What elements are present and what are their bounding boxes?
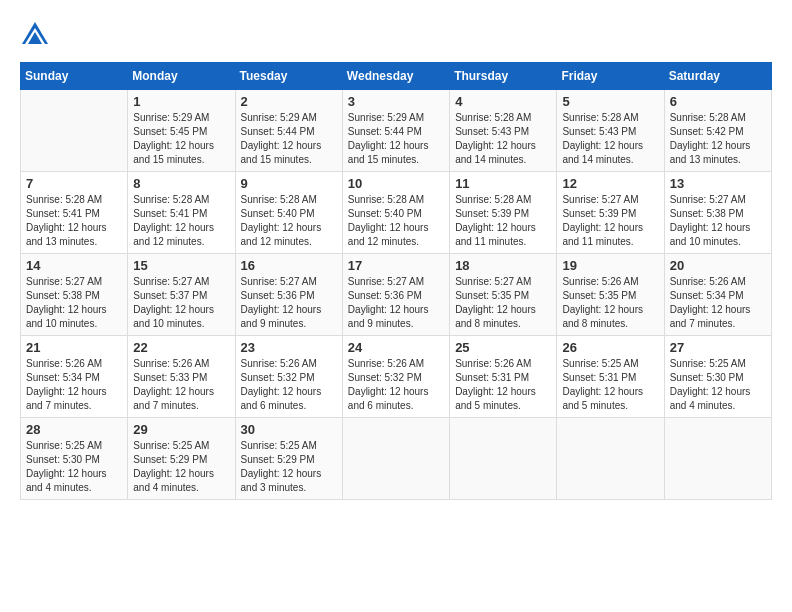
day-number: 13 <box>670 176 766 191</box>
day-number: 15 <box>133 258 229 273</box>
calendar-cell: 4Sunrise: 5:28 AMSunset: 5:43 PMDaylight… <box>450 90 557 172</box>
day-number: 26 <box>562 340 658 355</box>
logo-icon <box>20 20 50 52</box>
day-number: 12 <box>562 176 658 191</box>
day-info: Sunrise: 5:28 AMSunset: 5:43 PMDaylight:… <box>455 111 551 167</box>
day-info: Sunrise: 5:26 AMSunset: 5:31 PMDaylight:… <box>455 357 551 413</box>
day-info: Sunrise: 5:28 AMSunset: 5:43 PMDaylight:… <box>562 111 658 167</box>
day-info: Sunrise: 5:27 AMSunset: 5:36 PMDaylight:… <box>241 275 337 331</box>
day-number: 20 <box>670 258 766 273</box>
day-number: 19 <box>562 258 658 273</box>
calendar-table: SundayMondayTuesdayWednesdayThursdayFrid… <box>20 62 772 500</box>
calendar-cell: 13Sunrise: 5:27 AMSunset: 5:38 PMDayligh… <box>664 172 771 254</box>
day-number: 24 <box>348 340 444 355</box>
page-header <box>20 20 772 52</box>
day-number: 3 <box>348 94 444 109</box>
day-number: 23 <box>241 340 337 355</box>
day-info: Sunrise: 5:29 AMSunset: 5:44 PMDaylight:… <box>241 111 337 167</box>
calendar-cell: 8Sunrise: 5:28 AMSunset: 5:41 PMDaylight… <box>128 172 235 254</box>
day-number: 16 <box>241 258 337 273</box>
calendar-cell: 24Sunrise: 5:26 AMSunset: 5:32 PMDayligh… <box>342 336 449 418</box>
calendar-header-row: SundayMondayTuesdayWednesdayThursdayFrid… <box>21 63 772 90</box>
calendar-week-row: 21Sunrise: 5:26 AMSunset: 5:34 PMDayligh… <box>21 336 772 418</box>
calendar-week-row: 14Sunrise: 5:27 AMSunset: 5:38 PMDayligh… <box>21 254 772 336</box>
day-info: Sunrise: 5:27 AMSunset: 5:39 PMDaylight:… <box>562 193 658 249</box>
calendar-cell: 12Sunrise: 5:27 AMSunset: 5:39 PMDayligh… <box>557 172 664 254</box>
calendar-week-row: 1Sunrise: 5:29 AMSunset: 5:45 PMDaylight… <box>21 90 772 172</box>
calendar-cell <box>21 90 128 172</box>
day-info: Sunrise: 5:25 AMSunset: 5:30 PMDaylight:… <box>670 357 766 413</box>
day-info: Sunrise: 5:26 AMSunset: 5:32 PMDaylight:… <box>348 357 444 413</box>
day-info: Sunrise: 5:27 AMSunset: 5:36 PMDaylight:… <box>348 275 444 331</box>
day-info: Sunrise: 5:28 AMSunset: 5:42 PMDaylight:… <box>670 111 766 167</box>
calendar-cell: 16Sunrise: 5:27 AMSunset: 5:36 PMDayligh… <box>235 254 342 336</box>
calendar-header-wednesday: Wednesday <box>342 63 449 90</box>
calendar-cell: 6Sunrise: 5:28 AMSunset: 5:42 PMDaylight… <box>664 90 771 172</box>
day-info: Sunrise: 5:29 AMSunset: 5:44 PMDaylight:… <box>348 111 444 167</box>
day-number: 29 <box>133 422 229 437</box>
calendar-cell: 15Sunrise: 5:27 AMSunset: 5:37 PMDayligh… <box>128 254 235 336</box>
calendar-cell <box>664 418 771 500</box>
day-number: 25 <box>455 340 551 355</box>
day-info: Sunrise: 5:26 AMSunset: 5:34 PMDaylight:… <box>26 357 122 413</box>
day-number: 9 <box>241 176 337 191</box>
calendar-cell: 19Sunrise: 5:26 AMSunset: 5:35 PMDayligh… <box>557 254 664 336</box>
calendar-cell <box>342 418 449 500</box>
day-number: 6 <box>670 94 766 109</box>
calendar-week-row: 28Sunrise: 5:25 AMSunset: 5:30 PMDayligh… <box>21 418 772 500</box>
day-info: Sunrise: 5:28 AMSunset: 5:40 PMDaylight:… <box>241 193 337 249</box>
calendar-header-tuesday: Tuesday <box>235 63 342 90</box>
day-number: 17 <box>348 258 444 273</box>
day-info: Sunrise: 5:25 AMSunset: 5:29 PMDaylight:… <box>241 439 337 495</box>
day-number: 1 <box>133 94 229 109</box>
day-number: 2 <box>241 94 337 109</box>
calendar-cell: 5Sunrise: 5:28 AMSunset: 5:43 PMDaylight… <box>557 90 664 172</box>
day-info: Sunrise: 5:29 AMSunset: 5:45 PMDaylight:… <box>133 111 229 167</box>
calendar-cell <box>450 418 557 500</box>
calendar-cell: 3Sunrise: 5:29 AMSunset: 5:44 PMDaylight… <box>342 90 449 172</box>
calendar-header-sunday: Sunday <box>21 63 128 90</box>
day-info: Sunrise: 5:26 AMSunset: 5:32 PMDaylight:… <box>241 357 337 413</box>
calendar-cell: 2Sunrise: 5:29 AMSunset: 5:44 PMDaylight… <box>235 90 342 172</box>
day-number: 8 <box>133 176 229 191</box>
calendar-cell <box>557 418 664 500</box>
day-number: 27 <box>670 340 766 355</box>
calendar-cell: 25Sunrise: 5:26 AMSunset: 5:31 PMDayligh… <box>450 336 557 418</box>
calendar-cell: 30Sunrise: 5:25 AMSunset: 5:29 PMDayligh… <box>235 418 342 500</box>
calendar-cell: 18Sunrise: 5:27 AMSunset: 5:35 PMDayligh… <box>450 254 557 336</box>
day-info: Sunrise: 5:28 AMSunset: 5:41 PMDaylight:… <box>133 193 229 249</box>
calendar-week-row: 7Sunrise: 5:28 AMSunset: 5:41 PMDaylight… <box>21 172 772 254</box>
calendar-cell: 20Sunrise: 5:26 AMSunset: 5:34 PMDayligh… <box>664 254 771 336</box>
day-number: 28 <box>26 422 122 437</box>
calendar-cell: 21Sunrise: 5:26 AMSunset: 5:34 PMDayligh… <box>21 336 128 418</box>
calendar-cell: 1Sunrise: 5:29 AMSunset: 5:45 PMDaylight… <box>128 90 235 172</box>
day-info: Sunrise: 5:27 AMSunset: 5:38 PMDaylight:… <box>26 275 122 331</box>
calendar-cell: 22Sunrise: 5:26 AMSunset: 5:33 PMDayligh… <box>128 336 235 418</box>
logo <box>20 20 54 52</box>
day-number: 22 <box>133 340 229 355</box>
day-info: Sunrise: 5:25 AMSunset: 5:29 PMDaylight:… <box>133 439 229 495</box>
day-info: Sunrise: 5:26 AMSunset: 5:35 PMDaylight:… <box>562 275 658 331</box>
day-number: 4 <box>455 94 551 109</box>
calendar-header-thursday: Thursday <box>450 63 557 90</box>
day-info: Sunrise: 5:27 AMSunset: 5:37 PMDaylight:… <box>133 275 229 331</box>
calendar-cell: 14Sunrise: 5:27 AMSunset: 5:38 PMDayligh… <box>21 254 128 336</box>
calendar-cell: 17Sunrise: 5:27 AMSunset: 5:36 PMDayligh… <box>342 254 449 336</box>
day-number: 10 <box>348 176 444 191</box>
day-info: Sunrise: 5:26 AMSunset: 5:33 PMDaylight:… <box>133 357 229 413</box>
day-number: 7 <box>26 176 122 191</box>
calendar-cell: 7Sunrise: 5:28 AMSunset: 5:41 PMDaylight… <box>21 172 128 254</box>
day-info: Sunrise: 5:28 AMSunset: 5:40 PMDaylight:… <box>348 193 444 249</box>
day-number: 14 <box>26 258 122 273</box>
calendar-cell: 28Sunrise: 5:25 AMSunset: 5:30 PMDayligh… <box>21 418 128 500</box>
day-number: 11 <box>455 176 551 191</box>
day-info: Sunrise: 5:25 AMSunset: 5:30 PMDaylight:… <box>26 439 122 495</box>
calendar-cell: 10Sunrise: 5:28 AMSunset: 5:40 PMDayligh… <box>342 172 449 254</box>
day-number: 21 <box>26 340 122 355</box>
day-info: Sunrise: 5:28 AMSunset: 5:41 PMDaylight:… <box>26 193 122 249</box>
calendar-cell: 29Sunrise: 5:25 AMSunset: 5:29 PMDayligh… <box>128 418 235 500</box>
day-info: Sunrise: 5:25 AMSunset: 5:31 PMDaylight:… <box>562 357 658 413</box>
calendar-header-monday: Monday <box>128 63 235 90</box>
calendar-cell: 9Sunrise: 5:28 AMSunset: 5:40 PMDaylight… <box>235 172 342 254</box>
day-number: 30 <box>241 422 337 437</box>
